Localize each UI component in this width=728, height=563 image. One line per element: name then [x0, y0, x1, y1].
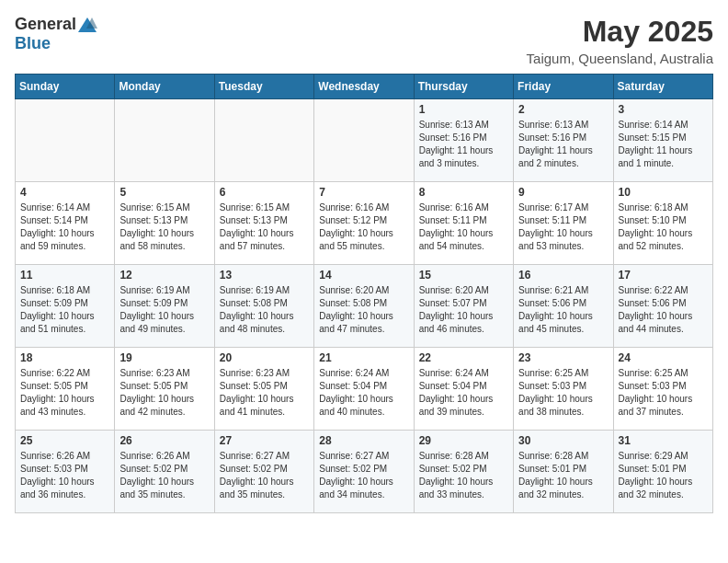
- day-number: 10: [619, 186, 708, 199]
- calendar-cell: 3Sunrise: 6:14 AM Sunset: 5:15 PM Daylig…: [613, 99, 712, 182]
- day-number: 6: [220, 186, 309, 199]
- week-row-4: 18Sunrise: 6:22 AM Sunset: 5:05 PM Dayli…: [16, 348, 713, 431]
- calendar-cell: 7Sunrise: 6:16 AM Sunset: 5:12 PM Daylig…: [314, 182, 414, 265]
- calendar-cell: 11Sunrise: 6:18 AM Sunset: 5:09 PM Dayli…: [16, 265, 115, 348]
- day-header-tuesday: Tuesday: [214, 75, 313, 99]
- calendar-cell: 6Sunrise: 6:15 AM Sunset: 5:13 PM Daylig…: [214, 182, 313, 265]
- day-number: 14: [319, 269, 408, 282]
- logo: General Blue: [15, 15, 98, 53]
- day-info: Sunrise: 6:27 AM Sunset: 5:02 PM Dayligh…: [220, 450, 309, 501]
- calendar-cell: 20Sunrise: 6:23 AM Sunset: 5:05 PM Dayli…: [214, 348, 313, 431]
- calendar-cell: 19Sunrise: 6:23 AM Sunset: 5:05 PM Dayli…: [115, 348, 214, 431]
- day-number: 18: [20, 351, 109, 364]
- day-number: 15: [419, 269, 508, 282]
- day-info: Sunrise: 6:14 AM Sunset: 5:14 PM Dayligh…: [20, 201, 109, 253]
- week-row-1: 1Sunrise: 6:13 AM Sunset: 5:16 PM Daylig…: [16, 99, 713, 182]
- day-number: 13: [220, 269, 309, 282]
- day-info: Sunrise: 6:19 AM Sunset: 5:08 PM Dayligh…: [220, 284, 309, 336]
- calendar-cell: 21Sunrise: 6:24 AM Sunset: 5:04 PM Dayli…: [314, 348, 414, 431]
- calendar-cell: 25Sunrise: 6:26 AM Sunset: 5:03 PM Dayli…: [16, 431, 115, 513]
- day-number: 4: [20, 186, 109, 199]
- calendar-cell: 16Sunrise: 6:21 AM Sunset: 5:06 PM Dayli…: [514, 265, 613, 348]
- calendar-header-row: SundayMondayTuesdayWednesdayThursdayFrid…: [16, 75, 713, 99]
- day-info: Sunrise: 6:22 AM Sunset: 5:05 PM Dayligh…: [20, 367, 109, 419]
- week-row-3: 11Sunrise: 6:18 AM Sunset: 5:09 PM Dayli…: [16, 265, 713, 348]
- day-info: Sunrise: 6:28 AM Sunset: 5:01 PM Dayligh…: [518, 450, 608, 501]
- day-number: 12: [119, 269, 209, 282]
- calendar-cell: 23Sunrise: 6:25 AM Sunset: 5:03 PM Dayli…: [514, 348, 613, 431]
- day-info: Sunrise: 6:16 AM Sunset: 5:11 PM Dayligh…: [419, 201, 508, 253]
- day-header-sunday: Sunday: [16, 75, 115, 99]
- calendar-cell: 28Sunrise: 6:27 AM Sunset: 5:02 PM Dayli…: [314, 431, 414, 513]
- calendar-cell: 4Sunrise: 6:14 AM Sunset: 5:14 PM Daylig…: [16, 182, 115, 265]
- day-info: Sunrise: 6:24 AM Sunset: 5:04 PM Dayligh…: [319, 367, 408, 419]
- day-info: Sunrise: 6:18 AM Sunset: 5:10 PM Dayligh…: [619, 201, 708, 253]
- day-info: Sunrise: 6:22 AM Sunset: 5:06 PM Dayligh…: [619, 284, 708, 336]
- calendar-cell: 5Sunrise: 6:15 AM Sunset: 5:13 PM Daylig…: [115, 182, 214, 265]
- day-info: Sunrise: 6:25 AM Sunset: 5:03 PM Dayligh…: [619, 367, 708, 419]
- day-number: 26: [119, 434, 209, 447]
- day-number: 1: [419, 103, 508, 116]
- day-number: 21: [319, 351, 408, 364]
- logo-icon: [77, 16, 97, 34]
- calendar-cell: [314, 99, 414, 182]
- day-header-saturday: Saturday: [613, 75, 712, 99]
- day-info: Sunrise: 6:19 AM Sunset: 5:09 PM Dayligh…: [119, 284, 209, 336]
- day-header-monday: Monday: [115, 75, 214, 99]
- day-info: Sunrise: 6:15 AM Sunset: 5:13 PM Dayligh…: [119, 201, 209, 253]
- day-number: 29: [419, 434, 508, 447]
- day-info: Sunrise: 6:23 AM Sunset: 5:05 PM Dayligh…: [119, 367, 209, 419]
- day-info: Sunrise: 6:13 AM Sunset: 5:16 PM Dayligh…: [518, 119, 608, 170]
- calendar-cell: 14Sunrise: 6:20 AM Sunset: 5:08 PM Dayli…: [314, 265, 414, 348]
- calendar-cell: 17Sunrise: 6:22 AM Sunset: 5:06 PM Dayli…: [613, 265, 712, 348]
- calendar-table: SundayMondayTuesdayWednesdayThursdayFrid…: [15, 74, 713, 513]
- calendar-cell: [16, 99, 115, 182]
- calendar-cell: 12Sunrise: 6:19 AM Sunset: 5:09 PM Dayli…: [115, 265, 214, 348]
- day-info: Sunrise: 6:13 AM Sunset: 5:16 PM Dayligh…: [419, 119, 508, 170]
- week-row-2: 4Sunrise: 6:14 AM Sunset: 5:14 PM Daylig…: [16, 182, 713, 265]
- calendar-cell: 24Sunrise: 6:25 AM Sunset: 5:03 PM Dayli…: [613, 348, 712, 431]
- day-info: Sunrise: 6:27 AM Sunset: 5:02 PM Dayligh…: [319, 450, 408, 501]
- page-header: General Blue May 2025 Taigum, Queensland…: [15, 15, 713, 66]
- day-number: 8: [419, 186, 508, 199]
- day-number: 25: [20, 434, 109, 447]
- month-title: May 2025: [527, 15, 713, 49]
- day-number: 7: [319, 186, 408, 199]
- day-info: Sunrise: 6:20 AM Sunset: 5:08 PM Dayligh…: [319, 284, 408, 336]
- day-info: Sunrise: 6:21 AM Sunset: 5:06 PM Dayligh…: [518, 284, 608, 336]
- calendar-cell: 18Sunrise: 6:22 AM Sunset: 5:05 PM Dayli…: [16, 348, 115, 431]
- calendar-cell: [115, 99, 214, 182]
- day-number: 9: [518, 186, 608, 199]
- day-info: Sunrise: 6:18 AM Sunset: 5:09 PM Dayligh…: [20, 284, 109, 336]
- day-number: 16: [518, 269, 608, 282]
- day-number: 17: [619, 269, 708, 282]
- day-number: 5: [119, 186, 209, 199]
- calendar-cell: 22Sunrise: 6:24 AM Sunset: 5:04 PM Dayli…: [414, 348, 513, 431]
- day-number: 28: [319, 434, 408, 447]
- calendar-cell: [214, 99, 313, 182]
- calendar-cell: 15Sunrise: 6:20 AM Sunset: 5:07 PM Dayli…: [414, 265, 513, 348]
- day-number: 22: [419, 351, 508, 364]
- day-number: 3: [619, 103, 708, 116]
- day-info: Sunrise: 6:15 AM Sunset: 5:13 PM Dayligh…: [220, 201, 309, 253]
- day-number: 24: [619, 351, 708, 364]
- calendar-cell: 26Sunrise: 6:26 AM Sunset: 5:02 PM Dayli…: [115, 431, 214, 513]
- day-info: Sunrise: 6:26 AM Sunset: 5:03 PM Dayligh…: [20, 450, 109, 501]
- day-number: 27: [220, 434, 309, 447]
- day-info: Sunrise: 6:28 AM Sunset: 5:02 PM Dayligh…: [419, 450, 508, 501]
- day-number: 11: [20, 269, 109, 282]
- calendar-cell: 10Sunrise: 6:18 AM Sunset: 5:10 PM Dayli…: [613, 182, 712, 265]
- location-text: Taigum, Queensland, Australia: [527, 51, 713, 66]
- title-area: May 2025 Taigum, Queensland, Australia: [527, 15, 713, 66]
- day-info: Sunrise: 6:23 AM Sunset: 5:05 PM Dayligh…: [220, 367, 309, 419]
- day-number: 23: [518, 351, 608, 364]
- logo-blue-text: Blue: [15, 34, 51, 52]
- day-header-thursday: Thursday: [414, 75, 513, 99]
- day-header-friday: Friday: [514, 75, 613, 99]
- week-row-5: 25Sunrise: 6:26 AM Sunset: 5:03 PM Dayli…: [16, 431, 713, 513]
- day-info: Sunrise: 6:14 AM Sunset: 5:15 PM Dayligh…: [619, 119, 708, 170]
- day-info: Sunrise: 6:24 AM Sunset: 5:04 PM Dayligh…: [419, 367, 508, 419]
- calendar-cell: 27Sunrise: 6:27 AM Sunset: 5:02 PM Dayli…: [214, 431, 313, 513]
- day-info: Sunrise: 6:29 AM Sunset: 5:01 PM Dayligh…: [619, 450, 708, 501]
- day-info: Sunrise: 6:25 AM Sunset: 5:03 PM Dayligh…: [518, 367, 608, 419]
